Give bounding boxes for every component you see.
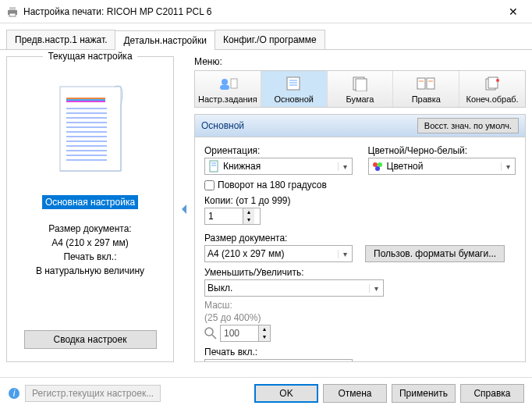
svg-rect-35: [210, 161, 218, 172]
copies-down[interactable]: ▾: [243, 216, 254, 224]
section-title: Основной: [201, 120, 417, 131]
menu-bar: Настр.задания Основной Бумага Правка Кон…: [194, 70, 526, 108]
chevron-down-icon: ▾: [501, 162, 515, 171]
svg-rect-20: [220, 85, 229, 90]
menu-label: Меню:: [194, 56, 526, 67]
menu-edit[interactable]: Правка: [393, 71, 459, 107]
docsize-select[interactable]: A4 (210 x 297 мм) ▾: [204, 245, 353, 262]
printon-label2: Печать вкл.:: [204, 347, 516, 357]
basic-icon: [286, 76, 303, 91]
help-button[interactable]: Справка: [460, 384, 524, 403]
svg-text:i: i: [13, 388, 16, 399]
svg-rect-1: [9, 7, 16, 10]
menu-finish[interactable]: Конеч.обраб.: [459, 71, 525, 107]
window-title: Настройка печати: RICOH MP C2011 PCL 6: [23, 6, 501, 17]
svg-rect-28: [417, 78, 425, 89]
printon-value: В натуральную величину: [36, 264, 144, 278]
scale-select[interactable]: Выкл. ▾: [204, 279, 384, 297]
svg-rect-2: [9, 13, 16, 16]
orientation-label: Ориентация:: [204, 145, 353, 156]
zoom-range: (25 до 400%): [204, 312, 516, 323]
color-select[interactable]: Цветной ▾: [368, 158, 516, 175]
reset-defaults-button[interactable]: Восст. знач. по умолч.: [417, 118, 519, 133]
preview-info: Размер документа: A4 (210 x 297 мм) Печа…: [36, 222, 144, 278]
zoom-up: ▴: [259, 325, 270, 333]
orientation-select[interactable]: Книжная ▾: [204, 158, 353, 175]
edit-icon: [416, 76, 436, 91]
svg-rect-5: [66, 99, 105, 101]
tab-detail[interactable]: Детальн.настройки: [115, 30, 215, 50]
svg-rect-21: [231, 79, 237, 88]
cancel-button[interactable]: Отмена: [323, 384, 387, 403]
svg-point-40: [375, 166, 380, 171]
svg-line-42: [212, 335, 216, 339]
svg-point-38: [373, 162, 378, 167]
svg-rect-6: [66, 101, 105, 102]
color-icon: [371, 160, 384, 172]
info-icon: i: [8, 387, 20, 400]
svg-rect-33: [488, 77, 498, 88]
svg-point-19: [222, 79, 228, 85]
section-bar: Основной Восст. знач. по умолч.: [194, 114, 526, 137]
tab-preset[interactable]: Предв.настр.1 нажат.: [6, 30, 115, 49]
ok-button[interactable]: OK: [254, 384, 318, 403]
apply-button[interactable]: Применить: [392, 384, 456, 403]
svg-rect-29: [427, 78, 434, 89]
chevron-down-icon: ▾: [369, 284, 383, 293]
magnifier-icon: [204, 327, 217, 340]
preset-name-highlight: Основная настройка: [42, 195, 138, 209]
docsize-value: A4 (210 x 297 мм): [36, 236, 144, 250]
svg-rect-27: [356, 79, 367, 91]
svg-point-39: [378, 162, 382, 167]
svg-point-41: [205, 328, 213, 336]
printon-label: Печать вкл.:: [36, 250, 144, 264]
docsize-label: Размер документа:: [36, 222, 144, 236]
summary-button[interactable]: Сводка настроек: [24, 330, 157, 349]
zoom-down: ▾: [259, 333, 270, 341]
chevron-down-icon: ▾: [338, 162, 352, 171]
current-settings-panel: Текущая настройка Основная настройка: [6, 56, 174, 362]
svg-rect-22: [287, 77, 300, 90]
collapse-arrow[interactable]: [180, 56, 188, 362]
tab-config[interactable]: Конфиг./О программе: [215, 30, 325, 49]
rotate-180-checkbox[interactable]: [204, 180, 215, 190]
color-label: Цветной/Черно-белый:: [368, 145, 516, 156]
menu-basic[interactable]: Основной: [261, 71, 328, 107]
menu-paper[interactable]: Бумага: [328, 71, 394, 107]
svg-point-34: [496, 79, 499, 82]
zoom-label: Масш:: [204, 300, 516, 311]
copies-up[interactable]: ▴: [243, 208, 254, 216]
close-button[interactable]: ✕: [501, 2, 526, 21]
copies-input[interactable]: [205, 208, 243, 224]
finish-icon: [483, 76, 502, 91]
printer-icon: [6, 5, 19, 18]
zoom-input: [221, 325, 258, 341]
main-tabs: Предв.настр.1 нажат. Детальн.настройки К…: [0, 23, 532, 50]
paper-icon: [351, 76, 368, 91]
copies-label: Копии: (от 1 до 999): [204, 195, 516, 206]
register-settings-button: Регистр.текущих настроек...: [25, 385, 161, 402]
chevron-down-icon: ▾: [338, 250, 352, 258]
custom-paper-button[interactable]: Пользов. форматы бумаги...: [365, 245, 505, 262]
rotate-180-label: Поворот на 180 градусов: [218, 180, 327, 190]
scale-label: Уменьшить/Увеличить:: [204, 267, 516, 278]
settings-area: Ориентация: Книжная ▾ Цветной/Черно-белы…: [194, 137, 526, 362]
job-icon: [217, 76, 239, 91]
page-preview: [36, 68, 145, 189]
docsize-label2: Размер документа:: [204, 233, 516, 244]
menu-job[interactable]: Настр.задания: [195, 71, 261, 107]
portrait-icon: [207, 160, 220, 172]
printon-select[interactable]: В натуральную величину ▾: [204, 359, 353, 362]
panel-title: Текущая настройка: [43, 51, 137, 62]
